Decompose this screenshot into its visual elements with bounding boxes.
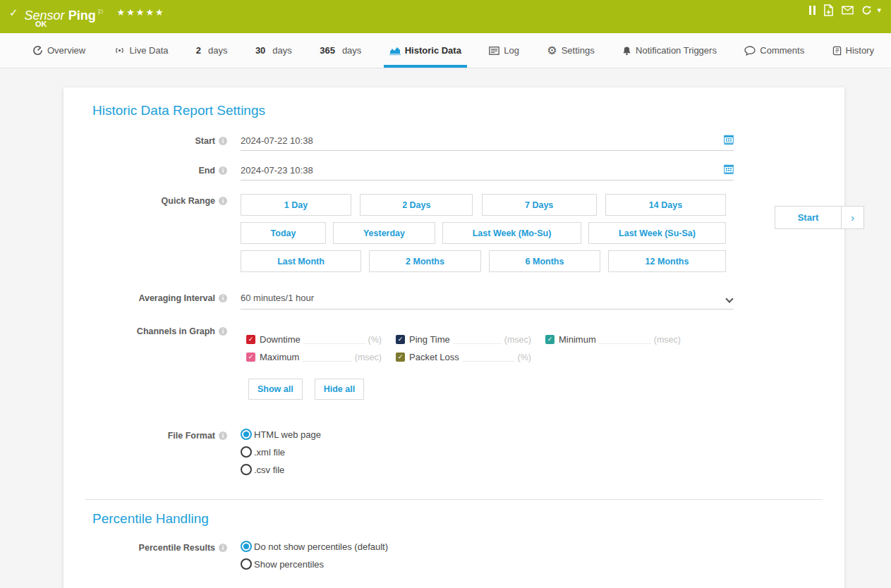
percentile-results-label: Percentile Resultsi <box>63 541 227 570</box>
tab-365-days[interactable]: 365 days <box>318 33 363 68</box>
radio-button[interactable] <box>241 558 252 570</box>
tab-2-days[interactable]: 2 days <box>195 33 229 68</box>
chevron-down-icon[interactable]: ▾ <box>877 6 881 15</box>
pause-icon[interactable] <box>809 6 816 15</box>
channel-checkbox[interactable] <box>396 353 405 362</box>
channel-divider <box>462 353 515 362</box>
channel-item-downtime[interactable]: Downtime (%) <box>246 334 382 345</box>
quick-range-button[interactable]: Last Week (Mo-Su) <box>442 222 581 244</box>
file-format-option-xml[interactable]: .xml file <box>241 446 734 458</box>
end-date-input[interactable]: 2024-07-23 10:38 <box>241 164 734 180</box>
calendar-icon[interactable] <box>724 135 734 147</box>
averaging-interval-label: Averaging Intervali <box>63 291 227 310</box>
tab-notification-triggers[interactable]: Notification Triggers <box>621 33 718 68</box>
channel-checkbox[interactable] <box>545 335 554 344</box>
channel-checkbox[interactable] <box>246 335 255 344</box>
channel-divider <box>453 335 502 344</box>
flag-icon[interactable]: ⚐ <box>97 8 104 16</box>
quick-range-button[interactable]: 6 Months <box>489 250 600 272</box>
add-report-icon[interactable] <box>823 4 834 16</box>
start-chevron-button[interactable]: › <box>841 207 863 228</box>
end-row: Endi 2024-07-23 10:38 <box>63 164 844 180</box>
quick-range-label: Quick Rangei <box>63 194 227 272</box>
percentile-option-hide[interactable]: Do not show percentiles (default) <box>241 541 734 552</box>
info-icon[interactable]: i <box>219 166 227 175</box>
start-report-button-group: Start › <box>775 206 864 229</box>
quick-range-button[interactable]: 2 Days <box>360 194 473 216</box>
mail-icon[interactable] <box>842 6 854 15</box>
quick-range-button[interactable]: 1 Day <box>241 194 351 216</box>
channel-unit: (%) <box>368 335 382 345</box>
radio-button[interactable] <box>241 541 252 552</box>
gauge-icon <box>32 45 43 56</box>
channel-item-ping-time[interactable]: Ping Time (msec) <box>396 334 531 345</box>
radio-button[interactable] <box>241 446 252 458</box>
averaging-interval-select[interactable]: 60 minutes/1 hour <box>241 291 734 310</box>
channel-divider <box>599 335 651 344</box>
file-format-option-csv[interactable]: .csv file <box>241 464 734 475</box>
info-icon[interactable]: i <box>219 197 227 205</box>
quick-range-button[interactable]: Today <box>241 222 326 244</box>
refresh-icon[interactable] <box>861 5 872 16</box>
end-label: Endi <box>63 164 227 180</box>
radio-label: .csv file <box>254 465 284 475</box>
channels-row: Channels in Graphi Downtime (%) Ping Tim… <box>63 324 844 400</box>
tab-label: Historic Data <box>405 45 461 56</box>
quick-range-row-2: Today Yesterday Last Week (Mo-Su) Last W… <box>241 222 726 244</box>
quick-range-button[interactable]: Yesterday <box>333 222 435 244</box>
quick-range-button[interactable]: 14 Days <box>605 194 726 216</box>
tab-historic-data[interactable]: Historic Data <box>388 33 463 68</box>
quick-range-button[interactable]: Last Week (Su-Sa) <box>588 222 726 244</box>
info-icon[interactable]: i <box>219 431 227 440</box>
tab-label-bold: 365 <box>320 45 335 56</box>
tab-comments[interactable]: Comments <box>743 33 806 68</box>
info-icon[interactable]: i <box>219 327 227 336</box>
sensor-tabbar: Overview Live Data 2 days 30 days 365 da… <box>0 33 891 68</box>
radio-label: .xml file <box>254 447 285 458</box>
status-check-icon: ✓ <box>9 6 18 19</box>
chevron-down-icon <box>725 295 733 302</box>
info-icon[interactable]: i <box>219 294 227 302</box>
start-date-input[interactable]: 2024-07-22 10:38 <box>241 134 734 151</box>
channel-checkbox[interactable] <box>246 353 255 362</box>
tab-live-data[interactable]: Live Data <box>112 33 170 68</box>
tab-overview[interactable]: Overview <box>31 33 87 68</box>
hide-all-button[interactable]: Hide all <box>315 379 364 400</box>
tab-label: days <box>272 45 291 56</box>
show-all-button[interactable]: Show all <box>248 379 303 400</box>
quick-range-button[interactable]: 12 Months <box>608 250 726 272</box>
log-icon <box>489 47 499 55</box>
channel-item-maximum[interactable]: Maximum (msec) <box>246 352 382 362</box>
info-icon[interactable]: i <box>219 544 227 552</box>
radio-label: HTML web page <box>254 429 321 440</box>
tab-log[interactable]: Log <box>487 33 521 68</box>
quick-range-button[interactable]: 7 Days <box>482 194 597 216</box>
tab-history[interactable]: History <box>831 33 875 68</box>
calendar-icon[interactable] <box>724 164 734 176</box>
channel-name: Minimum <box>559 334 596 345</box>
tab-settings[interactable]: ⚙ Settings <box>545 33 595 68</box>
file-format-row: File Formati HTML web page .xml file .cs… <box>63 429 844 475</box>
priority-stars[interactable]: ★★★★★ <box>117 7 165 18</box>
channel-checkbox[interactable] <box>396 335 405 344</box>
quick-range-button[interactable]: 2 Months <box>369 250 481 272</box>
quick-range-row: Quick Rangei 1 Day 2 Days 7 Days 14 Days… <box>63 194 844 272</box>
channel-name: Packet Loss <box>409 352 459 362</box>
radio-button[interactable] <box>241 464 252 475</box>
quick-range-button[interactable]: Last Month <box>241 250 361 272</box>
info-icon[interactable]: i <box>219 137 227 145</box>
tab-label: History <box>846 45 874 56</box>
start-report-button[interactable]: Start <box>775 207 841 228</box>
historic-data-settings-card: Historic Data Report Settings Starti 202… <box>63 87 844 588</box>
file-format-option-html[interactable]: HTML web page <box>241 429 734 440</box>
tab-label: Notification Triggers <box>636 45 717 56</box>
tab-30-days[interactable]: 30 days <box>254 33 293 68</box>
section-divider <box>85 499 823 500</box>
percentile-option-show[interactable]: Show percentiles <box>241 558 734 570</box>
channel-item-minimum[interactable]: Minimum (msec) <box>545 334 681 345</box>
start-date-value: 2024-07-22 10:38 <box>241 135 313 146</box>
radio-button[interactable] <box>241 429 252 440</box>
channel-item-packet-loss[interactable]: Packet Loss (%) <box>396 352 531 362</box>
quick-range-row-3: Last Month 2 Months 6 Months 12 Months <box>241 250 726 272</box>
report-settings-title: Historic Data Report Settings <box>92 103 844 118</box>
